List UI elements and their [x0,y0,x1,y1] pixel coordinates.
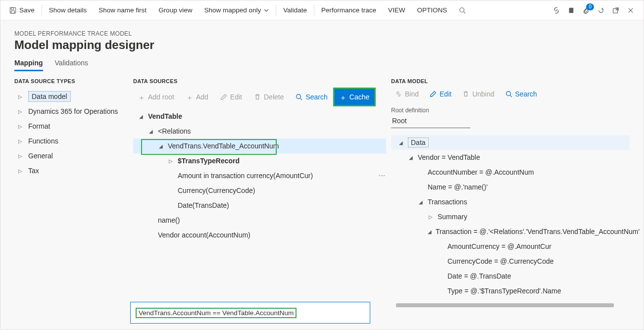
root-definition-value[interactable]: Root [391,116,470,128]
caret-right-icon: ▷ [17,124,23,129]
svg-rect-2 [11,10,15,13]
type-functions[interactable]: ▷Functions [14,134,126,148]
options-button[interactable]: OPTIONS [411,0,453,20]
dm-transaction[interactable]: ◢Transaction = @.'<Relations'.'VendTrans… [391,224,630,239]
unbind-button: Unbind [458,88,498,100]
tab-validations[interactable]: Validations [55,59,88,71]
performance-trace-button[interactable]: Performance trace [315,0,382,20]
caret-down-icon: ◢ [398,140,404,145]
dm-amountcurrency[interactable]: AmountCurrency = @.AmountCur [391,239,630,254]
dm-data[interactable]: ◢Data [391,135,630,150]
search-global[interactable] [453,0,472,20]
chevron-down-icon [264,8,269,13]
dm-vendor[interactable]: ◢Vendor = VendTable [391,150,630,165]
type-data-model[interactable]: ▷Data model [14,89,126,104]
caret-right-icon: ▷ [17,168,23,174]
data-model-panel: DATA MODEL Bind Edit Unbind Search [386,78,630,330]
edit-model-button[interactable]: Edit [426,88,455,100]
content: MODEL PERFORMANCE TRACE MODEL Model mapp… [0,20,644,330]
breadcrumb: MODEL PERFORMANCE TRACE MODEL [14,30,630,37]
page-title: Model mapping designer [14,38,630,52]
toolbar-right: 0 [552,6,641,14]
view-button[interactable]: VIEW [382,0,411,20]
type-d365fo[interactable]: ▷Dynamics 365 for Operations [14,104,126,119]
trash-icon [462,91,469,97]
dm-transactions[interactable]: ◢Transactions [391,194,630,209]
pencil-icon [430,91,437,97]
horizontal-scrollbar[interactable] [396,303,614,307]
link-icon [395,91,402,97]
model-tree: ◢Data ◢Vendor = VendTable AccountNumber … [391,135,630,298]
caret-right-icon: ▷ [17,94,23,99]
type-format[interactable]: ▷Format [14,119,126,134]
trash-icon [254,94,261,100]
caret-right-icon: ▷ [17,139,23,144]
src-name[interactable]: name() [133,213,386,228]
toolbar: Save Show details Show name first Group … [0,0,644,20]
plus-icon: ＋ [186,94,193,100]
formula-text: VendTrans.AccountNum == VendTable.Accoun… [136,308,297,318]
src-relations[interactable]: ◢<Relations [133,124,386,139]
sources-actions: ＋Add root ＋Add Edit Delete Search ＋ Cach… [133,89,386,105]
close-icon[interactable] [627,6,635,14]
caret-down-icon: ◢ [138,114,144,119]
src-currency[interactable]: Currency(CurrencyCode) [133,183,386,198]
type-tax[interactable]: ▷Tax [14,163,126,178]
popout-icon[interactable] [612,6,620,14]
pencil-icon [220,94,227,100]
divider [314,5,314,16]
caret-down-icon: ◢ [428,229,432,235]
search-button[interactable]: Search [291,89,332,105]
type-general[interactable]: ▷General [14,148,126,163]
validate-button[interactable]: Validate [277,0,313,20]
plus-icon: ＋ [340,94,347,100]
caret-right-icon: ▷ [428,214,434,220]
src-transtype[interactable]: ▷$TransTypeRecord [133,153,386,168]
src-vendtable[interactable]: ◢VendTable [133,109,386,124]
splitter-handle[interactable]: ⋮ [378,172,386,180]
src-vendtrans-accountnum[interactable]: ◢VendTrans.VendTable_AccountNum [133,139,386,153]
search-icon [459,7,466,14]
tab-mapping[interactable]: Mapping [14,59,43,71]
refresh-icon[interactable] [597,6,605,14]
show-mapped-only-dropdown[interactable]: Show mapped only [198,0,275,20]
src-amount[interactable]: Amount in transaction currency(AmountCur… [133,168,386,183]
plus-icon: ＋ [138,94,145,100]
src-vendor-account[interactable]: Vendor account(AccountNum) [133,228,386,242]
office-icon[interactable] [567,6,575,14]
svg-line-10 [300,98,302,100]
cache-button[interactable]: ＋ Cache [335,89,374,105]
group-view-button[interactable]: Group view [152,0,198,20]
search-model-button[interactable]: Search [501,88,541,100]
svg-rect-1 [11,7,14,9]
attachments-icon[interactable]: 0 [582,6,590,14]
dm-summary[interactable]: ▷Summary [391,209,630,224]
dm-type[interactable]: Type = @.'$TransTypeRecord'.Name [391,283,630,298]
svg-line-12 [510,95,512,97]
edit-button: Edit [215,89,247,105]
formula-input[interactable]: VendTrans.AccountNum == VendTable.Accoun… [130,302,370,324]
formula-area: VendTrans.AccountNum == VendTable.Accoun… [130,302,370,324]
add-root-button: ＋Add root [133,89,179,105]
dm-accountnumber[interactable]: AccountNumber = @.AccountNum [391,165,630,180]
svg-line-4 [464,11,466,13]
dm-currencycode[interactable]: CurrencyCode = @.CurrencyCode [391,254,630,269]
src-date[interactable]: Date(TransDate) [133,198,386,213]
model-header: DATA MODEL [391,78,630,84]
link-icon[interactable] [552,6,560,14]
show-name-first-button[interactable]: Show name first [93,0,152,20]
dm-name[interactable]: Name = @.'name()' [391,180,630,194]
dm-date[interactable]: Date = @.TransDate [391,269,630,283]
caret-down-icon: ◢ [158,143,164,149]
search-icon [296,94,302,100]
sources-tree: ◢VendTable ◢<Relations ◢VendTrans.VendTa… [133,109,386,242]
caret-right-icon: ▷ [17,153,23,159]
save-button[interactable]: Save [3,0,41,20]
types-header: DATA SOURCE TYPES [14,78,126,84]
caret-right-icon: ▷ [17,109,23,114]
svg-rect-5 [569,7,574,13]
svg-point-11 [506,92,510,96]
svg-point-3 [460,7,464,12]
data-sources-panel: DATA SOURCES ＋Add root ＋Add Edit Delete … [130,78,386,330]
show-details-button[interactable]: Show details [43,0,93,20]
